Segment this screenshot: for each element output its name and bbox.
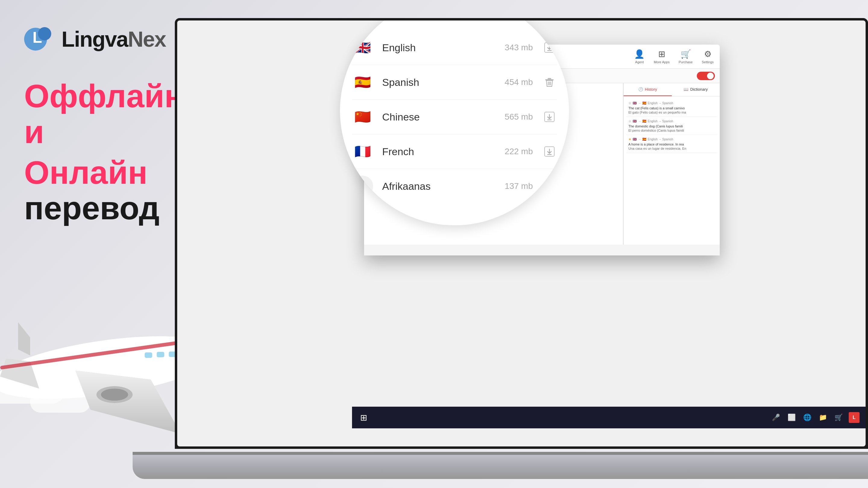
more-apps-icon: ⊞: [658, 49, 665, 59]
history-item-original-2: The domestic dog (Canis lupus famili: [628, 124, 715, 128]
flag-chinese: 🇨🇳: [352, 106, 373, 127]
taskbar-store[interactable]: 🛒: [833, 412, 844, 423]
history-item-header-2: ☆ 🇬🇧 → 🇪🇸 English → Spanish: [628, 119, 715, 123]
language-item-english: 🇬🇧 English 343 mb: [352, 30, 557, 65]
lang-size-french: 222 mb: [491, 147, 533, 156]
lang-labels-3: English → Spanish: [648, 138, 673, 141]
svg-rect-19: [548, 78, 551, 79]
language-item-spanish: 🇪🇸 Spanish 454 mb: [352, 65, 557, 100]
svg-rect-9: [145, 352, 152, 358]
history-item: ☆ 🇬🇧 → 🇪🇸 English → Spanish The domestic…: [626, 117, 717, 135]
brand-part2: Nex: [128, 27, 166, 51]
language-item-french: 🇫🇷 French 222 mb: [352, 134, 557, 169]
svg-marker-8: [18, 322, 30, 355]
history-panel: 🕐 History 📖 Dictionary ☆: [623, 83, 720, 245]
svg-text:L: L: [33, 29, 42, 46]
svg-point-15: [101, 389, 128, 401]
agent-icon: 👤: [634, 49, 645, 59]
download-icon-chinese[interactable]: [542, 111, 557, 122]
laptop-bottom: [133, 455, 868, 479]
tab-dictionary[interactable]: 📖 Dictionary: [672, 83, 720, 96]
toolbar-more-apps[interactable]: ⊞ More Apps: [654, 49, 670, 64]
history-item-header: ☆ 🇬🇧 → 🇪🇸 English → Spanish: [628, 101, 715, 105]
left-content: L LingvaNex Оффлайн и Онлайн перевод: [24, 24, 199, 226]
headline-online: Онлайн: [24, 154, 148, 191]
lang-size-chinese: 565 mb: [491, 112, 533, 122]
screen-inner: T Translator 👤 Agent ⊞ More Apps 🛒 P: [177, 21, 866, 447]
history-item-header-3: ★ 🇬🇧 → 🇪🇸 English → Spanish: [628, 137, 715, 141]
lang-size-spanish: 454 mb: [491, 77, 533, 87]
language-item-chinese: 🇨🇳 Chinese 565 mb: [352, 100, 557, 134]
flag-es-3: 🇪🇸: [642, 137, 647, 141]
brand-part1: Lingva: [61, 27, 128, 51]
toolbar-settings[interactable]: ⚙ Settings: [702, 49, 714, 64]
history-tab-label: History: [645, 87, 657, 92]
taskbar-windows[interactable]: ⬜: [786, 412, 797, 423]
settings-icon: ⚙: [704, 49, 712, 59]
taskbar-explorer[interactable]: 📁: [817, 412, 828, 423]
flag-spanish: 🇪🇸: [352, 72, 373, 93]
agent-label: Agent: [635, 60, 644, 64]
history-clock-icon: 🕐: [638, 87, 643, 92]
flag-en-3: 🇬🇧: [632, 137, 637, 141]
flag-french: 🇫🇷: [352, 141, 373, 162]
purchase-icon: 🛒: [681, 49, 691, 59]
flag-en-2: 🇬🇧: [632, 119, 637, 123]
taskbar-start[interactable]: ⊞: [358, 412, 369, 423]
lang-labels-2: English → Spanish: [648, 120, 673, 123]
taskbar: ⊞ 🎤 ⬜ 🌐 📁 🛒 L: [352, 407, 866, 428]
taskbar-lingvanex[interactable]: L: [849, 412, 860, 423]
history-item: ☆ 🇬🇧 → 🇪🇸 English → Spanish The cat (Fel…: [626, 99, 717, 117]
purchase-label: Purchase: [679, 60, 692, 64]
lang-name-afrikaanas: Afrikaanas: [382, 181, 482, 192]
flag-english: 🇬🇧: [352, 37, 373, 58]
taskbar-microphone[interactable]: 🎤: [770, 412, 781, 423]
history-item-translated-3: Una casa es un lugar de residencia. En: [628, 147, 715, 150]
history-item-translated-2: El perro doméstico (Canis lupus famili: [628, 129, 715, 132]
lang-arrow-1: →: [638, 101, 641, 105]
lang-labels-1: English → Spanish: [648, 101, 673, 105]
flag-es-2: 🇪🇸: [642, 119, 647, 123]
headline-line1: Оффлайн и: [24, 78, 199, 150]
lang-size-english: 343 mb: [491, 43, 533, 53]
lang-name-french: French: [382, 146, 482, 158]
headline-line2: Онлайн перевод: [24, 155, 199, 227]
languages-list: 🇬🇧 English 343 mb 🇪🇸 Spanish: [340, 22, 569, 213]
dictionary-tab-label: Dictionary: [690, 87, 708, 92]
more-apps-label: More Apps: [654, 60, 670, 64]
flag-es-1: 🇪🇸: [642, 101, 647, 105]
star-icon-2[interactable]: ☆: [628, 119, 631, 123]
dictionary-book-icon: 📖: [684, 87, 688, 92]
logo-text: LingvaNex: [61, 27, 166, 52]
history-item-original-3: A home is a place of residence. In rea: [628, 142, 715, 146]
tab-history[interactable]: 🕐 History: [624, 83, 672, 96]
history-items-list: ☆ 🇬🇧 → 🇪🇸 English → Spanish The cat (Fel…: [624, 96, 720, 156]
history-item-translated-1: El gato (Felis catus) es un pequeño ma: [628, 110, 715, 114]
history-tabs: 🕐 History 📖 Dictionary: [624, 83, 720, 96]
toolbar-icons: 👤 Agent ⊞ More Apps 🛒 Purchase ⚙ Setting…: [634, 49, 714, 64]
star-icon-3[interactable]: ★: [628, 137, 631, 141]
star-icon-1[interactable]: ☆: [628, 101, 631, 105]
lang-name-english: English: [382, 42, 482, 54]
history-item: ★ 🇬🇧 → 🇪🇸 English → Spanish A home is a …: [626, 135, 717, 153]
flag-en-1: 🇬🇧: [632, 101, 637, 105]
headline-perevod: перевод: [24, 190, 159, 226]
download-icon-french[interactable]: [542, 146, 557, 157]
lang-arrow-2: →: [638, 120, 641, 123]
svg-rect-10: [157, 352, 164, 357]
taskbar-edge[interactable]: 🌐: [802, 412, 812, 423]
toolbar-purchase[interactable]: 🛒 Purchase: [679, 49, 692, 64]
screen-bezel: T Translator 👤 Agent ⊞ More Apps 🛒 P: [175, 18, 868, 449]
logo-area: L LingvaNex: [24, 24, 199, 54]
delete-icon-spanish[interactable]: [542, 77, 557, 88]
settings-label: Settings: [702, 60, 714, 64]
lang-arrow-3: →: [638, 138, 641, 141]
toggle-switch[interactable]: [697, 72, 715, 80]
lang-size-afrikaanas: 137 mb: [491, 181, 533, 191]
history-item-original-1: The cat (Felis catus) is a small carnivo: [628, 106, 715, 110]
toolbar-agent[interactable]: 👤 Agent: [634, 49, 645, 64]
lang-name-chinese: Chinese: [382, 111, 482, 123]
lingvanex-logo-icon: L: [24, 24, 54, 54]
lang-name-spanish: Spanish: [382, 76, 482, 88]
language-item-afrikaanas: AF Afrikaanas 137 mb: [352, 169, 557, 203]
